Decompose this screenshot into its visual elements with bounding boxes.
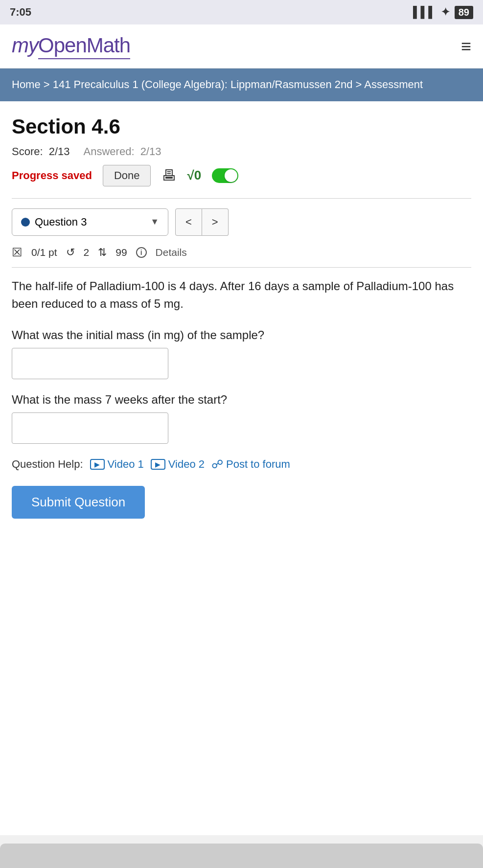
breadcrumb: Home > 141 Precalculus 1 (College Algebr… [0,69,483,101]
breadcrumb-separator-1: > [44,78,53,91]
question-dot [21,218,30,227]
score-info-row: ☒ 0/1 pt ↺ 2 ⇅ 99 i Details [12,246,471,268]
post-to-forum-label: Post to forum [226,458,290,471]
section-title: Section 4.6 [12,115,471,138]
refresh-count: 99 [115,247,127,258]
next-question-button[interactable]: > [202,208,229,236]
score-value: 2/13 [49,145,70,158]
done-button[interactable]: Done [103,165,151,186]
hamburger-menu-button[interactable]: ≡ [461,36,471,57]
time-display: 7:05 [10,6,31,19]
info-icon: i [136,247,147,258]
battery-display: 89 [455,6,473,19]
breadcrumb-home[interactable]: Home [12,78,41,91]
forum-icon: ☍ [211,457,223,471]
logo-openmath: OpenMath [38,34,130,59]
nav-buttons: < > [175,208,229,236]
print-icon[interactable]: 🖶 [161,167,176,184]
score-label: Score: 2/13 [12,145,70,158]
breadcrumb-course[interactable]: 141 Precalculus 1 (College Algebra): Lip… [53,78,353,91]
toolbar-row: Progress saved Done 🖶 √0 [12,165,471,186]
prev-question-button[interactable]: < [175,208,202,236]
main-content: Section 4.6 Score: 2/13 Answered: 2/13 P… [0,101,483,835]
submit-question-button[interactable]: Submit Question [12,486,145,519]
question2-label: What is the mass 7 weeks after the start… [12,393,471,407]
video2-link[interactable]: ▶ Video 2 [151,458,205,471]
math-toggle[interactable] [212,168,238,183]
answered-label: Answered: 2/13 [84,145,161,158]
question-dropdown[interactable]: Question 3 ▼ [12,208,168,236]
checkbox-icon: ☒ [12,246,23,259]
question-selector-row: Question 3 ▼ < > [12,198,471,236]
progress-saved: Progress saved [12,169,92,182]
header: myOpenMath ≡ [0,24,483,69]
status-icons: ▌▌▌ ✦ 89 [413,6,473,19]
breadcrumb-separator-2: > [356,78,365,91]
video2-label: Video 2 [168,458,205,471]
details-link[interactable]: Details [156,247,187,258]
question-dropdown-label: Question 3 [35,216,87,228]
wifi-icon: ✦ [441,6,450,19]
undo-icon: ↺ [66,246,75,259]
status-bar: 7:05 ▌▌▌ ✦ 89 [0,0,483,24]
score-row: Score: 2/13 Answered: 2/13 [12,145,471,158]
bottom-bar [0,844,483,868]
post-to-forum-link[interactable]: ☍ Post to forum [211,457,290,471]
chevron-down-icon: ▼ [150,217,159,227]
logo: myOpenMath [12,34,130,59]
video1-icon: ▶ [90,459,105,470]
logo-my: my [12,34,38,57]
problem-text: The half-life of Palladium-100 is 4 days… [12,277,471,313]
refresh-icon: ⇅ [98,246,107,259]
video1-label: Video 1 [108,458,144,471]
question2-input[interactable] [12,412,168,444]
question1-input[interactable] [12,348,168,379]
video1-link[interactable]: ▶ Video 1 [90,458,144,471]
undo-count: 2 [84,247,90,258]
answered-value: 2/13 [140,145,161,158]
question-help-row: Question Help: ▶ Video 1 ▶ Video 2 ☍ Pos… [12,457,471,471]
question-help-label: Question Help: [12,458,83,471]
signal-icon: ▌▌▌ [413,6,436,19]
breadcrumb-assessment: Assessment [364,78,423,91]
math-toggle-label: √0 [187,168,201,183]
points-display: 0/1 pt [31,247,57,258]
question1-label: What was the initial mass (in mg) of the… [12,328,471,342]
video2-icon: ▶ [151,459,165,470]
